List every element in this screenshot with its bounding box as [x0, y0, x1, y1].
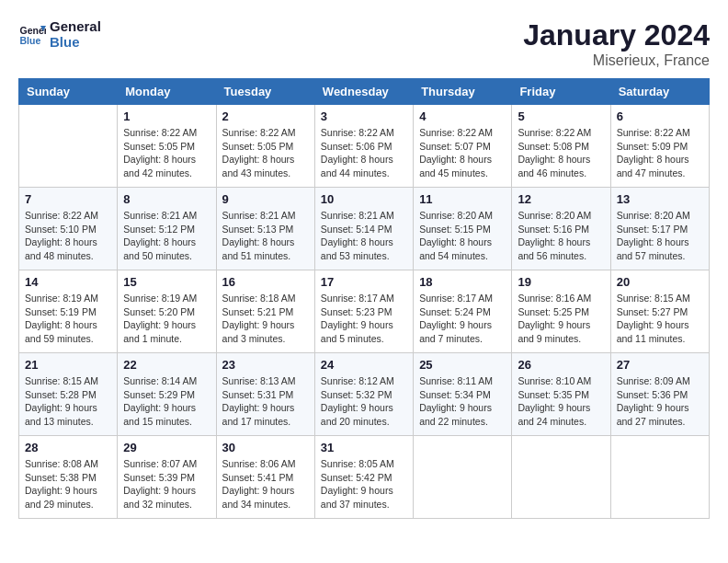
- day-number: 11: [419, 192, 506, 206]
- day-number: 21: [25, 358, 111, 372]
- day-number: 4: [419, 109, 506, 123]
- weekday-header-monday: Monday: [118, 79, 216, 105]
- day-number: 14: [25, 275, 111, 289]
- day-number: 16: [222, 275, 309, 289]
- calendar-cell: 1Sunrise: 8:22 AMSunset: 5:05 PMDaylight…: [118, 105, 216, 188]
- calendar-cell: 10Sunrise: 8:21 AMSunset: 5:14 PMDayligh…: [314, 188, 413, 270]
- calendar: SundayMondayTuesdayWednesdayThursdayFrid…: [18, 78, 710, 519]
- week-row-5: 28Sunrise: 8:08 AMSunset: 5:38 PMDayligh…: [19, 436, 710, 519]
- day-number: 2: [222, 109, 309, 123]
- weekday-header-saturday: Saturday: [610, 79, 709, 105]
- day-info: Sunrise: 8:17 AMSunset: 5:24 PMDaylight:…: [419, 292, 506, 346]
- calendar-cell: 18Sunrise: 8:17 AMSunset: 5:24 PMDayligh…: [414, 270, 512, 353]
- day-info: Sunrise: 8:20 AMSunset: 5:16 PMDaylight:…: [518, 209, 604, 263]
- week-row-1: 1Sunrise: 8:22 AMSunset: 5:05 PMDaylight…: [19, 105, 710, 188]
- calendar-cell: [610, 436, 709, 519]
- calendar-cell: 11Sunrise: 8:20 AMSunset: 5:15 PMDayligh…: [414, 188, 512, 270]
- day-info: Sunrise: 8:07 AMSunset: 5:39 PMDaylight:…: [123, 457, 210, 511]
- weekday-header-sunday: Sunday: [19, 79, 118, 105]
- week-row-4: 21Sunrise: 8:15 AMSunset: 5:28 PMDayligh…: [19, 353, 710, 436]
- day-number: 26: [518, 358, 604, 372]
- weekday-header-thursday: Thursday: [414, 79, 512, 105]
- day-info: Sunrise: 8:08 AMSunset: 5:38 PMDaylight:…: [25, 457, 111, 511]
- week-row-2: 7Sunrise: 8:22 AMSunset: 5:10 PMDaylight…: [19, 188, 710, 270]
- calendar-cell: [512, 436, 610, 519]
- day-number: 1: [123, 109, 210, 123]
- calendar-cell: 25Sunrise: 8:11 AMSunset: 5:34 PMDayligh…: [414, 353, 512, 436]
- day-number: 19: [518, 275, 604, 289]
- calendar-cell: 17Sunrise: 8:17 AMSunset: 5:23 PMDayligh…: [314, 270, 413, 353]
- day-number: 6: [617, 109, 703, 123]
- day-info: Sunrise: 8:21 AMSunset: 5:13 PMDaylight:…: [222, 209, 309, 263]
- calendar-cell: 29Sunrise: 8:07 AMSunset: 5:39 PMDayligh…: [118, 436, 216, 519]
- title-block: January 2024 Miserieux, France: [523, 18, 710, 69]
- calendar-cell: 19Sunrise: 8:16 AMSunset: 5:25 PMDayligh…: [512, 270, 610, 353]
- day-info: Sunrise: 8:15 AMSunset: 5:27 PMDaylight:…: [617, 292, 703, 346]
- calendar-cell: 26Sunrise: 8:10 AMSunset: 5:35 PMDayligh…: [512, 353, 610, 436]
- day-number: 8: [123, 192, 210, 206]
- day-number: 18: [419, 275, 506, 289]
- calendar-cell: 9Sunrise: 8:21 AMSunset: 5:13 PMDaylight…: [216, 188, 314, 270]
- calendar-cell: 21Sunrise: 8:15 AMSunset: 5:28 PMDayligh…: [19, 353, 118, 436]
- calendar-cell: 30Sunrise: 8:06 AMSunset: 5:41 PMDayligh…: [216, 436, 314, 519]
- day-number: 30: [222, 441, 309, 454]
- day-info: Sunrise: 8:22 AMSunset: 5:10 PMDaylight:…: [25, 209, 111, 263]
- calendar-cell: 16Sunrise: 8:18 AMSunset: 5:21 PMDayligh…: [216, 270, 314, 353]
- calendar-cell: 22Sunrise: 8:14 AMSunset: 5:29 PMDayligh…: [118, 353, 216, 436]
- calendar-cell: 7Sunrise: 8:22 AMSunset: 5:10 PMDaylight…: [19, 188, 118, 270]
- day-number: 27: [617, 358, 703, 372]
- month-title: January 2024: [523, 18, 710, 52]
- day-number: 29: [123, 441, 210, 454]
- page-header: General Blue General Blue January 2024 M…: [18, 18, 710, 69]
- day-number: 22: [123, 358, 210, 372]
- day-info: Sunrise: 8:21 AMSunset: 5:12 PMDaylight:…: [123, 209, 210, 263]
- calendar-cell: [19, 105, 118, 188]
- day-number: 24: [321, 358, 407, 372]
- day-number: 17: [321, 275, 407, 289]
- day-info: Sunrise: 8:20 AMSunset: 5:17 PMDaylight:…: [617, 209, 703, 263]
- weekday-header-tuesday: Tuesday: [216, 79, 314, 105]
- calendar-cell: 24Sunrise: 8:12 AMSunset: 5:32 PMDayligh…: [314, 353, 413, 436]
- logo-blue: Blue: [50, 34, 101, 50]
- day-info: Sunrise: 8:11 AMSunset: 5:34 PMDaylight:…: [419, 374, 506, 429]
- calendar-cell: 14Sunrise: 8:19 AMSunset: 5:19 PMDayligh…: [19, 270, 118, 353]
- weekday-header-row: SundayMondayTuesdayWednesdayThursdayFrid…: [19, 79, 710, 105]
- day-number: 9: [222, 192, 309, 206]
- logo-general: General: [50, 18, 101, 34]
- day-info: Sunrise: 8:17 AMSunset: 5:23 PMDaylight:…: [321, 292, 407, 346]
- day-info: Sunrise: 8:12 AMSunset: 5:32 PMDaylight:…: [321, 374, 407, 429]
- day-info: Sunrise: 8:22 AMSunset: 5:09 PMDaylight:…: [617, 126, 703, 180]
- calendar-cell: 20Sunrise: 8:15 AMSunset: 5:27 PMDayligh…: [610, 270, 709, 353]
- day-number: 15: [123, 275, 210, 289]
- day-number: 10: [321, 192, 407, 206]
- location: Miserieux, France: [523, 52, 710, 69]
- day-number: 13: [617, 192, 703, 206]
- day-info: Sunrise: 8:22 AMSunset: 5:05 PMDaylight:…: [123, 126, 210, 180]
- day-info: Sunrise: 8:22 AMSunset: 5:05 PMDaylight:…: [222, 126, 309, 180]
- calendar-cell: [414, 436, 512, 519]
- day-number: 23: [222, 358, 309, 372]
- weekday-header-wednesday: Wednesday: [314, 79, 413, 105]
- day-info: Sunrise: 8:21 AMSunset: 5:14 PMDaylight:…: [321, 209, 407, 263]
- day-number: 12: [518, 192, 604, 206]
- day-info: Sunrise: 8:13 AMSunset: 5:31 PMDaylight:…: [222, 374, 309, 429]
- calendar-cell: 5Sunrise: 8:22 AMSunset: 5:08 PMDaylight…: [512, 105, 610, 188]
- day-info: Sunrise: 8:06 AMSunset: 5:41 PMDaylight:…: [222, 457, 309, 511]
- svg-text:Blue: Blue: [20, 35, 41, 46]
- day-info: Sunrise: 8:05 AMSunset: 5:42 PMDaylight:…: [321, 457, 407, 511]
- calendar-cell: 15Sunrise: 8:19 AMSunset: 5:20 PMDayligh…: [118, 270, 216, 353]
- day-info: Sunrise: 8:14 AMSunset: 5:29 PMDaylight:…: [123, 374, 210, 429]
- calendar-cell: 23Sunrise: 8:13 AMSunset: 5:31 PMDayligh…: [216, 353, 314, 436]
- day-number: 20: [617, 275, 703, 289]
- calendar-cell: 31Sunrise: 8:05 AMSunset: 5:42 PMDayligh…: [314, 436, 413, 519]
- logo: General Blue General Blue: [18, 18, 101, 50]
- day-info: Sunrise: 8:22 AMSunset: 5:07 PMDaylight:…: [419, 126, 506, 180]
- calendar-cell: 6Sunrise: 8:22 AMSunset: 5:09 PMDaylight…: [610, 105, 709, 188]
- calendar-cell: 8Sunrise: 8:21 AMSunset: 5:12 PMDaylight…: [118, 188, 216, 270]
- day-info: Sunrise: 8:19 AMSunset: 5:20 PMDaylight:…: [123, 292, 210, 346]
- day-info: Sunrise: 8:15 AMSunset: 5:28 PMDaylight:…: [25, 374, 111, 429]
- day-info: Sunrise: 8:20 AMSunset: 5:15 PMDaylight:…: [419, 209, 506, 263]
- calendar-cell: 2Sunrise: 8:22 AMSunset: 5:05 PMDaylight…: [216, 105, 314, 188]
- day-info: Sunrise: 8:22 AMSunset: 5:08 PMDaylight:…: [518, 126, 604, 180]
- day-info: Sunrise: 8:09 AMSunset: 5:36 PMDaylight:…: [617, 374, 703, 429]
